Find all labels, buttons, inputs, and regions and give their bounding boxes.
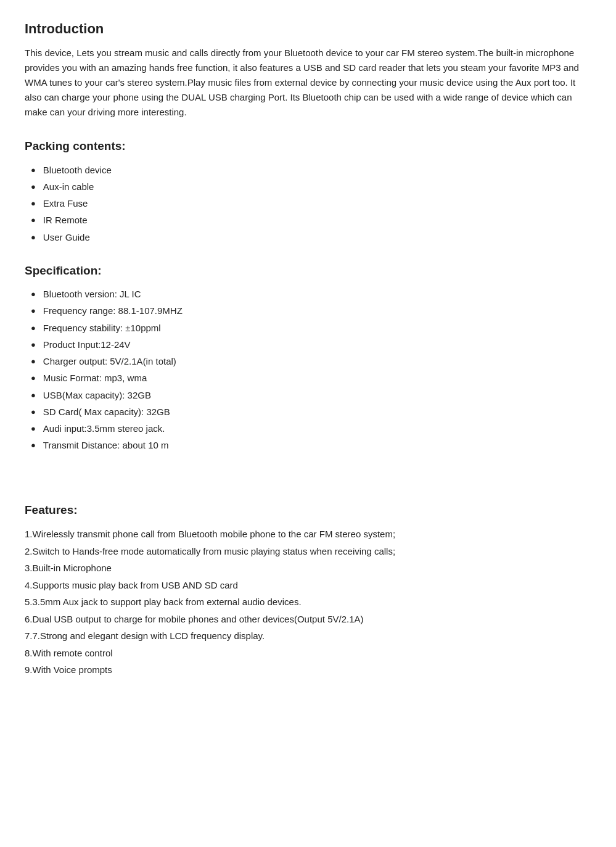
intro-body: This device, Lets you stream music and c…	[25, 46, 591, 120]
list-item: Bluetooth version: JL IC	[31, 287, 591, 301]
packing-title: Packing contents:	[25, 137, 591, 155]
list-item: Music Format: mp3, wma	[31, 371, 591, 385]
list-item: Frequency stability: ±10ppml	[31, 321, 591, 335]
list-item: Product Input:12-24V	[31, 337, 591, 352]
feature-item: 8.With remote control	[25, 645, 591, 661]
features-body: 1.Wirelessly transmit phone call from Bl…	[25, 526, 591, 678]
list-item: Extra Fuse	[31, 196, 591, 210]
list-item: Aux-in cable	[31, 180, 591, 194]
list-item: IR Remote	[31, 213, 591, 227]
list-item: USB(Max capacity): 32GB	[31, 388, 591, 402]
feature-item: 5.3.5mm Aux jack to support play back fr…	[25, 594, 591, 610]
specification-list: Bluetooth version: JL ICFrequency range:…	[25, 287, 591, 453]
list-item: Transmit Distance: about 10 m	[31, 438, 591, 452]
list-item: Bluetooth device	[31, 163, 591, 177]
list-item: Charger output: 5V/2.1A(in total)	[31, 354, 591, 368]
feature-item: 1.Wirelessly transmit phone call from Bl…	[25, 526, 591, 542]
list-item: User Guide	[31, 230, 591, 244]
feature-item: 2.Switch to Hands-free mode automaticall…	[25, 543, 591, 560]
feature-item: 9.With Voice prompts	[25, 662, 591, 678]
list-item: Audi input:3.5mm stereo jack.	[31, 421, 591, 436]
feature-item: 6.Dual USB output to charge for mobile p…	[25, 611, 591, 627]
intro-title: Introduction	[25, 19, 591, 39]
features-title: Features:	[25, 501, 591, 519]
list-item: Frequency range: 88.1-107.9MHZ	[31, 304, 591, 318]
feature-item: 3.Built-in Microphone	[25, 560, 591, 576]
specification-title: Specification:	[25, 262, 591, 279]
feature-item: 4.Supports music play back from USB AND …	[25, 577, 591, 593]
feature-item: 7.7.Strong and elegant design with LCD f…	[25, 628, 591, 644]
list-item: SD Card( Max capacity): 32GB	[31, 405, 591, 419]
packing-list: Bluetooth deviceAux-in cableExtra FuseIR…	[25, 163, 591, 244]
